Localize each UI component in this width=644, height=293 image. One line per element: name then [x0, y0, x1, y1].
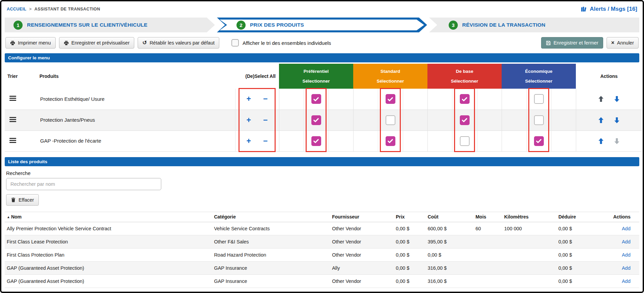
add-product-link[interactable]: Add	[622, 265, 631, 271]
reset-defaults-label: Rétablir les valeurs par défaut	[149, 40, 215, 46]
add-product-link[interactable]: Add	[622, 279, 631, 284]
individual-sort-checkbox[interactable]	[231, 39, 239, 47]
save-icon	[546, 40, 551, 46]
products-column-header-nom[interactable]: ▲Nom	[5, 212, 212, 222]
checkbox-de-base[interactable]	[460, 115, 470, 125]
checkbox-standard[interactable]	[386, 136, 395, 146]
checkbox-de-base[interactable]	[460, 94, 470, 104]
checkbox-standard[interactable]	[386, 94, 395, 104]
product-name: Protection Esthétique/ Usure	[37, 96, 105, 102]
tier-select-all-label[interactable]: Sélectionner	[303, 79, 330, 84]
clear-button[interactable]: Effacer	[6, 194, 39, 206]
print-menu-button[interactable]: Imprimer menu	[5, 37, 56, 49]
products-column-header-kilometres[interactable]: Kilomètres	[502, 212, 557, 222]
product-name: GAP -Protection de l'écarte	[37, 138, 101, 144]
move-down-button[interactable]	[613, 138, 620, 145]
checkbox-preferentiel[interactable]	[311, 94, 321, 104]
breadcrumb: ACCUEIL > ASSISTANT DE TRANSACTION	[7, 7, 100, 11]
cell-kilometres: 100 000	[502, 222, 557, 235]
move-up-button[interactable]	[597, 95, 605, 102]
select-all-plus-button[interactable]: +	[247, 116, 251, 124]
tier-name-label: Standard	[381, 69, 400, 74]
move-up-button[interactable]	[597, 138, 605, 145]
move-down-button[interactable]	[613, 95, 620, 102]
individual-sort-label: Afficher le tri des ensembles individuel…	[243, 40, 331, 46]
tier-select-all-label[interactable]: Sélectionner	[525, 79, 553, 84]
checkbox-economique[interactable]	[534, 136, 544, 146]
product-row: Ally Premier Protection Vehicle Service …	[5, 222, 639, 235]
save-close-button[interactable]: Enregistrer et fermer	[541, 37, 603, 49]
drag-handle-icon[interactable]	[9, 137, 16, 144]
cell-categorie: Other F&I Sales	[212, 235, 330, 248]
products-column-header-deduire[interactable]: Déduire	[556, 212, 604, 222]
column-header-actions: Actions	[576, 64, 642, 89]
checkbox-economique[interactable]	[534, 94, 544, 104]
drag-handle-icon[interactable]	[9, 95, 16, 102]
checkbox-de-base[interactable]	[460, 136, 470, 146]
config-row: Protection Esthétique/ Usure+−	[5, 89, 642, 110]
step-content: 2PRIX DES PRODUITS	[217, 18, 427, 32]
wizard-step-2[interactable]: 2PRIX DES PRODUITS	[217, 18, 427, 32]
add-product-link[interactable]: Add	[622, 239, 631, 244]
save-preview-button[interactable]: Enregistrer et prévisualiser	[59, 37, 134, 49]
move-up-button[interactable]	[597, 117, 605, 124]
cell-nom: First Class Protection Plan	[5, 248, 212, 261]
cell-nom: First Class Lease Protection	[5, 235, 212, 248]
select-all-plus-button[interactable]: +	[247, 95, 251, 103]
cell-fournisseur: Other Vendor	[330, 222, 394, 235]
deselect-all-minus-button[interactable]: −	[263, 137, 268, 145]
tier-select-all-label[interactable]: Sélectionner	[451, 79, 478, 84]
products-column-label: Nom	[11, 214, 22, 219]
wizard-step-3[interactable]: 3RÉVISION DE LA TRANSACTION	[429, 18, 639, 32]
checkbox-preferentiel[interactable]	[311, 115, 321, 125]
drag-handle-icon[interactable]	[9, 116, 16, 123]
cell-prix: 0,00 $	[394, 222, 426, 235]
cell-deduire: 0,00 $	[556, 235, 604, 248]
cancel-button[interactable]: × Annuler	[607, 37, 639, 49]
products-column-header-actions[interactable]: Actions	[604, 212, 639, 222]
alerts-msgs-link[interactable]: Alerts / Msgs [16]	[581, 6, 637, 12]
product-list-section: Liste des produits Recherche Effacer ▲No…	[1, 156, 643, 288]
move-down-button[interactable]	[613, 117, 620, 124]
products-column-header-categorie[interactable]: Catégorie	[212, 212, 330, 222]
cell-fournisseur: Other Vendor	[330, 248, 394, 261]
product-list-title: Liste des produits	[5, 157, 639, 166]
step-content: 1RENSEIGNEMENTS SUR LE CLIENT/VÉHICULE	[5, 18, 215, 32]
select-all-plus-button[interactable]: +	[247, 137, 251, 145]
search-area: Recherche Effacer	[1, 168, 643, 206]
wizard-step-1[interactable]: 1RENSEIGNEMENTS SUR LE CLIENT/VÉHICULE	[5, 18, 215, 32]
search-label: Recherche	[6, 170, 638, 176]
print-menu-label: Imprimer menu	[18, 40, 51, 46]
step-label: RENSEIGNEMENTS SUR LE CLIENT/VÉHICULE	[27, 22, 147, 28]
config-row: GAP -Protection de l'écarte+−	[5, 130, 642, 151]
breadcrumb-separator: >	[29, 7, 32, 11]
tier-select-all-label[interactable]: Sélectionner	[377, 79, 404, 84]
product-row: GAP (Guaranteed Asset Protection)GAP Ins…	[5, 274, 639, 288]
tier-header-block: ÉconomiqueSélectionner	[502, 64, 576, 89]
products-column-header-fournisseur[interactable]: Fournisseur	[330, 212, 394, 222]
search-input[interactable]	[6, 178, 161, 190]
step-number-badge: 1	[13, 21, 23, 30]
breadcrumb-home-link[interactable]: ACCUEIL	[7, 7, 26, 11]
printer-icon	[10, 40, 15, 46]
products-column-header-cout[interactable]: Coût	[426, 212, 474, 222]
product-row: First Class Lease ProtectionOther F&I Sa…	[5, 235, 639, 248]
reset-defaults-button[interactable]: ↺ Rétablir les valeurs par défaut	[138, 37, 219, 49]
products-column-header-mois[interactable]: Mois	[473, 212, 502, 222]
checkbox-economique[interactable]	[534, 115, 544, 125]
cell-deduire: 0,00 $	[556, 261, 604, 274]
deselect-all-minus-button[interactable]: −	[263, 95, 268, 103]
products-column-header-prix[interactable]: Prix	[394, 212, 426, 222]
breadcrumb-current: ASSISTANT DE TRANSACTION	[34, 7, 100, 11]
tier-header-standard: StandardSélectionner	[353, 64, 427, 89]
check-icon	[313, 117, 319, 123]
add-product-link[interactable]: Add	[622, 252, 631, 258]
cell-kilometres	[502, 261, 557, 274]
checkbox-preferentiel[interactable]	[311, 136, 321, 146]
add-product-link[interactable]: Add	[622, 226, 631, 231]
checkbox-standard[interactable]	[386, 115, 395, 125]
app-window: ACCUEIL > ASSISTANT DE TRANSACTION Alert…	[0, 0, 644, 293]
cell-kilometres	[502, 248, 557, 261]
deselect-all-minus-button[interactable]: −	[263, 116, 268, 124]
cell-cout: 0,00 $	[426, 248, 474, 261]
